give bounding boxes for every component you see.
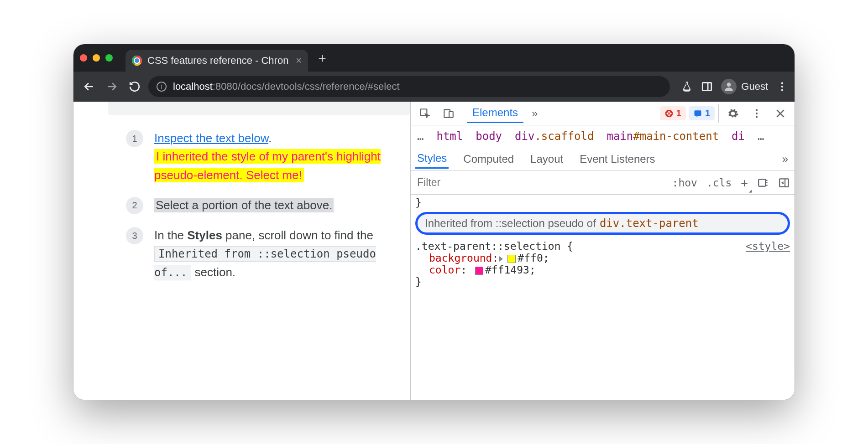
tab-elements[interactable]: Elements: [467, 103, 523, 123]
reload-button[interactable]: [125, 77, 144, 96]
styles-filter-input[interactable]: [411, 171, 668, 194]
content-area: Inspect the text below. I inherited the …: [73, 102, 795, 400]
cls-toggle[interactable]: .cls: [702, 171, 736, 194]
breadcrumb-item[interactable]: body: [476, 130, 502, 143]
breadcrumb-more-right[interactable]: …: [758, 130, 764, 143]
minimize-window-button[interactable]: [93, 54, 100, 62]
close-devtools-button[interactable]: [770, 105, 791, 122]
tab-title: CSS features reference - Chron: [147, 55, 291, 67]
svg-rect-10: [449, 111, 453, 117]
svg-point-16: [756, 109, 758, 111]
new-style-rule-button[interactable]: +◢: [736, 171, 753, 194]
css-rule-header: .text-parent::selection { <style>: [415, 240, 790, 252]
highlighted-sample-text[interactable]: I inherited the style of my parent's hig…: [154, 149, 381, 182]
inspect-link[interactable]: Inspect the text below: [154, 131, 268, 145]
step-1: Inspect the text below. I inherited the …: [126, 129, 392, 184]
close-tab-button[interactable]: ×: [296, 55, 302, 67]
breadcrumb: … html body div.scaffold main#main-conte…: [411, 125, 795, 147]
breadcrumb-item[interactable]: main#main-content: [607, 130, 719, 143]
color-swatch[interactable]: [475, 267, 483, 275]
tabs-chevron-down-icon[interactable]: [779, 48, 788, 68]
css-rule-source-link[interactable]: <style>: [746, 240, 790, 252]
close-window-button[interactable]: [80, 54, 87, 62]
step3-mid: pane, scroll down to find the: [222, 228, 373, 242]
css-value: #ff0: [518, 252, 543, 264]
errors-count: 1: [676, 108, 681, 119]
settings-gear-icon[interactable]: [722, 105, 743, 122]
tab-bar: CSS features reference - Chron × ＋: [73, 44, 795, 72]
console-issues-badge[interactable]: 1: [689, 106, 715, 120]
browser-tab[interactable]: CSS features reference - Chron ×: [125, 50, 308, 72]
breadcrumb-more-left[interactable]: …: [417, 130, 424, 143]
styles-filter-row: :hov .cls +◢: [411, 171, 795, 195]
subtab-overflow-button[interactable]: »: [780, 150, 790, 168]
css-value: #ff1493: [485, 264, 529, 276]
step-3: In the Styles pane, scroll down to find …: [126, 226, 392, 281]
color-swatch[interactable]: [507, 255, 516, 263]
devtools-panel: Elements » 1 1: [410, 102, 795, 400]
breadcrumb-item[interactable]: div.scaffold: [515, 130, 594, 143]
page-content: Inspect the text below. I inherited the …: [73, 102, 410, 400]
svg-point-18: [756, 116, 758, 118]
svg-point-4: [727, 83, 731, 87]
css-declaration[interactable]: background:#ff0;: [415, 252, 790, 264]
step-2: Select a portion of the text above.: [126, 196, 392, 214]
step2-selection-text: Select a portion of the text above.: [154, 198, 334, 212]
breadcrumb-item[interactable]: html: [436, 130, 463, 143]
breadcrumb-item[interactable]: di: [732, 130, 745, 143]
step3-suffix: section.: [191, 265, 235, 279]
page-banner-stub: [108, 102, 410, 115]
css-selector[interactable]: .text-parent::selection {: [415, 240, 573, 252]
step3-bold: Styles: [187, 228, 222, 242]
computed-styles-sidebar-icon[interactable]: [753, 171, 774, 194]
css-declaration[interactable]: color: #ff1493;: [415, 264, 790, 276]
window-controls: [80, 54, 113, 62]
inherit-target: div.text-parent: [600, 217, 699, 230]
rule-close-brace-above: }: [415, 196, 790, 208]
new-tab-button[interactable]: ＋: [314, 50, 330, 66]
step1-period: .: [268, 131, 272, 145]
chrome-favicon-icon: [132, 56, 142, 66]
browser-chrome: CSS features reference - Chron × ＋ i loc…: [73, 44, 795, 102]
svg-point-6: [781, 86, 783, 88]
svg-rect-2: [703, 83, 712, 90]
svg-rect-15: [694, 110, 701, 116]
inherited-from-banner[interactable]: Inherited from ::selection pseudo of div…: [415, 212, 790, 235]
subtab-computed[interactable]: Computed: [461, 150, 516, 168]
css-prop: background: [429, 252, 492, 264]
site-info-icon[interactable]: i: [157, 82, 167, 92]
address-bar-row: i localhost:8080/docs/devtools/css/refer…: [73, 72, 795, 102]
inspect-element-button[interactable]: [414, 105, 435, 122]
svg-point-7: [781, 89, 783, 91]
toggle-sidebar-icon[interactable]: [774, 171, 795, 194]
panel-icon[interactable]: [701, 81, 713, 93]
issues-count: 1: [705, 108, 710, 119]
device-toolbar-button[interactable]: [438, 105, 459, 122]
browser-menu-button[interactable]: [776, 81, 788, 93]
url-host: localhost: [173, 81, 213, 93]
avatar-icon: [721, 79, 737, 94]
styles-body[interactable]: } Inherited from ::selection pseudo of d…: [411, 195, 795, 400]
back-button[interactable]: [80, 77, 98, 96]
devtools-toolbar: Elements » 1 1: [411, 102, 795, 125]
browser-window: CSS features reference - Chron × ＋ i loc…: [73, 44, 795, 400]
toolbar-right: Guest: [681, 79, 788, 94]
profile-button[interactable]: Guest: [721, 79, 768, 94]
inherit-prefix: Inherited from ::selection pseudo of: [425, 217, 596, 230]
panel-overflow-button[interactable]: »: [526, 104, 543, 123]
devtools-menu-button[interactable]: [746, 105, 767, 122]
svg-point-5: [781, 82, 783, 84]
css-prop: color: [429, 264, 460, 276]
forward-button[interactable]: [103, 77, 121, 96]
expand-shorthand-icon[interactable]: [499, 256, 503, 262]
subtab-styles[interactable]: Styles: [415, 149, 449, 169]
subtab-event-listeners[interactable]: Event Listeners: [578, 150, 657, 168]
address-bar[interactable]: i localhost:8080/docs/devtools/css/refer…: [148, 76, 670, 97]
console-errors-badge[interactable]: 1: [660, 106, 686, 120]
subtab-layout[interactable]: Layout: [528, 150, 565, 168]
hov-toggle[interactable]: :hov: [668, 171, 702, 194]
url-path: :8080/docs/devtools/css/reference/#selec…: [213, 81, 400, 93]
labs-icon[interactable]: [681, 81, 693, 93]
svg-rect-21: [758, 179, 765, 186]
fullscreen-window-button[interactable]: [105, 54, 113, 62]
